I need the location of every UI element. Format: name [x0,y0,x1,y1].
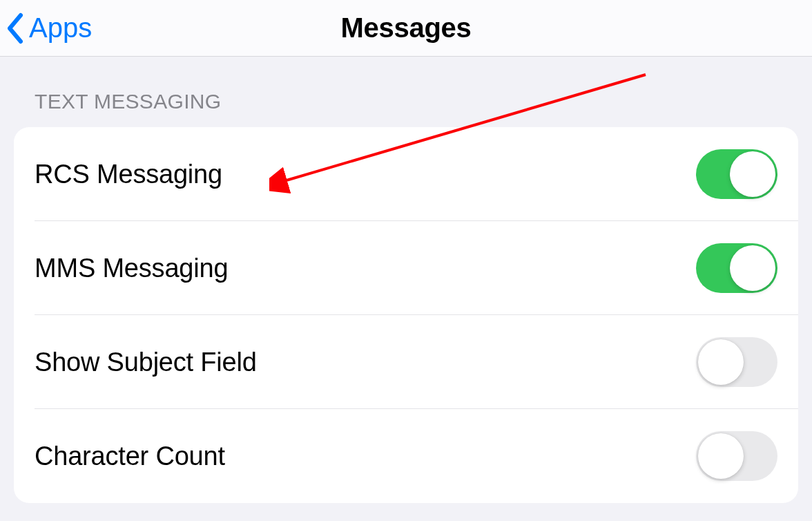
toggle-knob [730,151,775,197]
chevron-left-icon [6,12,25,44]
toggle-character-count[interactable] [696,431,777,481]
back-label: Apps [29,12,92,44]
toggle-show-subject-field[interactable] [696,337,777,387]
row-show-subject-field: Show Subject Field [14,315,798,409]
content-area: TEXT MESSAGING RCS Messaging MMS Messagi… [0,57,812,503]
toggle-knob [730,245,775,291]
row-label: MMS Messaging [35,254,228,283]
page-title: Messages [341,12,472,44]
back-button[interactable]: Apps [6,12,92,44]
toggle-knob [698,433,744,479]
toggle-rcs-messaging[interactable] [696,149,777,199]
nav-header: Apps Messages [0,0,812,57]
row-label: Show Subject Field [35,348,257,377]
row-label: Character Count [35,442,225,471]
section-header: TEXT MESSAGING [14,57,798,127]
row-character-count: Character Count [14,409,798,503]
row-rcs-messaging: RCS Messaging [14,127,798,221]
toggle-mms-messaging[interactable] [696,243,777,293]
row-label: RCS Messaging [35,160,222,189]
settings-group: RCS Messaging MMS Messaging Show Subject… [14,127,798,503]
toggle-knob [698,339,744,385]
row-mms-messaging: MMS Messaging [14,221,798,315]
